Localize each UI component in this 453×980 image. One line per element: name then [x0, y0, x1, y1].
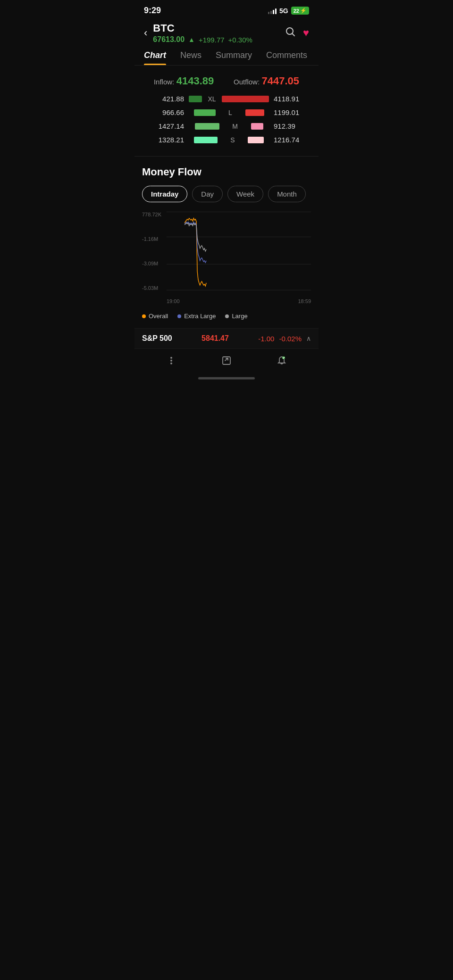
flow-left-s: 1328.21	[149, 136, 184, 144]
flow-rows: 421.88 XL 4118.91 966.66 L 1199.01 1427.…	[144, 95, 309, 144]
tab-summary[interactable]: Summary	[216, 50, 252, 65]
heart-icon[interactable]: ♥	[303, 27, 309, 39]
bottom-ticker[interactable]: S&P 500 5841.47 -1.00 -0.02% ∧	[134, 328, 319, 348]
bell-icon[interactable]	[277, 355, 287, 366]
battery: 22⚡	[291, 7, 309, 15]
coin-name: BTC	[153, 22, 279, 34]
outflow-value: 7447.05	[262, 75, 300, 87]
chart-svg	[167, 210, 311, 293]
x-label-end: 18:59	[298, 298, 311, 304]
period-tab-week[interactable]: Week	[227, 186, 263, 202]
chart-legend: Overall Extra Large Large	[142, 309, 311, 323]
svg-point-3	[170, 360, 172, 362]
inflow-group: Inflow: 4143.89	[154, 75, 214, 87]
signal-bar-2	[270, 11, 272, 14]
flow-left-xl: 421.88	[149, 95, 184, 103]
legend-dot-gray	[225, 314, 229, 318]
money-flow-title: Money Flow	[142, 166, 311, 178]
legend-label-large: Large	[232, 313, 247, 320]
share-icon[interactable]	[221, 355, 232, 366]
flow-bar-green-m	[195, 123, 219, 130]
signal-bars	[268, 8, 277, 14]
back-button[interactable]: ‹	[144, 27, 147, 39]
flow-right-m: 912.39	[274, 122, 304, 130]
more-icon[interactable]	[166, 355, 176, 366]
flow-section: Inflow: 4143.89 Outflow: 7447.05 421.88 …	[134, 66, 319, 148]
tabs: Chart News Summary Comments	[134, 49, 319, 66]
flow-bar-green-s	[194, 137, 218, 143]
header-icons: ♥	[285, 26, 309, 40]
ticker-chevron-up-icon[interactable]: ∧	[306, 335, 311, 342]
period-tab-month[interactable]: Month	[268, 186, 306, 202]
signal-5g: 5G	[279, 7, 288, 15]
legend-dot-orange	[142, 314, 146, 318]
flow-header-row: Inflow: 4143.89 Outflow: 7447.05	[144, 75, 309, 87]
ticker-name: S&P 500	[142, 334, 172, 343]
chart-svg-container	[167, 210, 311, 293]
y-label-3: -3.09M	[142, 261, 161, 266]
chart-x-labels: 19:00 18:59	[167, 298, 311, 304]
legend-large: Large	[225, 313, 247, 320]
ticker-price: 5841.47	[177, 334, 254, 343]
bottom-nav	[134, 348, 319, 372]
status-bar: 9:29 5G 22⚡	[134, 0, 319, 18]
svg-point-2	[170, 357, 172, 359]
flow-left-m: 1427.14	[149, 122, 184, 130]
signal-bar-4	[275, 8, 277, 14]
period-tabs: Intraday Day Week Month	[142, 186, 311, 202]
flow-row-s: 1328.21 S 1216.74	[149, 136, 304, 144]
flow-size-s: S	[227, 136, 238, 144]
home-bar	[198, 377, 255, 379]
coin-price: 67613.00	[153, 35, 185, 44]
flow-size-xl: XL	[207, 95, 217, 103]
inflow-value: 4143.89	[176, 75, 214, 87]
y-label-1: 778.72K	[142, 212, 161, 217]
period-tab-intraday[interactable]: Intraday	[142, 186, 187, 202]
chart-area: 778.72K -1.16M -3.09M -5.03M 19:00 18:59	[142, 210, 311, 304]
ticker-pct: -0.02%	[279, 335, 302, 343]
flow-bar-green-xl	[189, 96, 202, 102]
legend-dot-blue	[177, 314, 181, 318]
legend-label-overall: Overall	[149, 313, 168, 320]
ticker-change: -1.00	[258, 335, 274, 343]
flow-size-l: L	[225, 109, 235, 116]
legend-label-extralarge: Extra Large	[184, 313, 216, 320]
price-change-pct: +0.30%	[228, 36, 252, 44]
flow-bar-red-xl	[222, 96, 269, 102]
header-title-group: BTC 67613.00 ▲ +199.77 +0.30%	[153, 22, 279, 44]
flow-size-m: M	[230, 123, 240, 130]
svg-line-1	[292, 34, 294, 36]
legend-overall: Overall	[142, 313, 168, 320]
signal-bar-3	[273, 10, 274, 14]
y-label-4: -5.03M	[142, 285, 161, 291]
tab-comments[interactable]: Comments	[266, 50, 307, 65]
tab-news[interactable]: News	[180, 50, 201, 65]
coin-price-row: 67613.00 ▲ +199.77 +0.30%	[153, 35, 279, 44]
flow-bar-red-l	[245, 109, 264, 116]
price-change: +199.77	[199, 36, 225, 44]
flow-row-l: 966.66 L 1199.01	[149, 108, 304, 116]
x-label-start: 19:00	[167, 298, 180, 304]
flow-row-m: 1427.14 M 912.39	[149, 122, 304, 130]
signal-bar-1	[268, 12, 269, 14]
tab-chart[interactable]: Chart	[144, 50, 166, 65]
y-label-2: -1.16M	[142, 236, 161, 242]
money-flow-section: Money Flow Intraday Day Week Month 778.7…	[134, 156, 319, 328]
flow-left-l: 966.66	[149, 108, 184, 116]
legend-extralarge: Extra Large	[177, 313, 216, 320]
flow-right-s: 1216.74	[274, 136, 304, 144]
header: ‹ BTC 67613.00 ▲ +199.77 +0.30% ♥	[134, 18, 319, 49]
flow-bar-green-l	[194, 109, 216, 116]
search-icon[interactable]	[285, 26, 295, 40]
flow-right-xl: 4118.91	[274, 95, 304, 103]
outflow-group: Outflow: 7447.05	[234, 75, 299, 87]
chart-y-labels: 778.72K -1.16M -3.09M -5.03M	[142, 210, 161, 293]
outflow-label: Outflow:	[234, 78, 260, 86]
flow-bar-red-s	[248, 137, 264, 143]
flow-row-xl: 421.88 XL 4118.91	[149, 95, 304, 103]
status-time: 9:29	[144, 6, 161, 16]
period-tab-day[interactable]: Day	[192, 186, 223, 202]
home-indicator	[134, 372, 319, 382]
status-right: 5G 22⚡	[268, 7, 309, 15]
svg-point-4	[170, 362, 172, 364]
